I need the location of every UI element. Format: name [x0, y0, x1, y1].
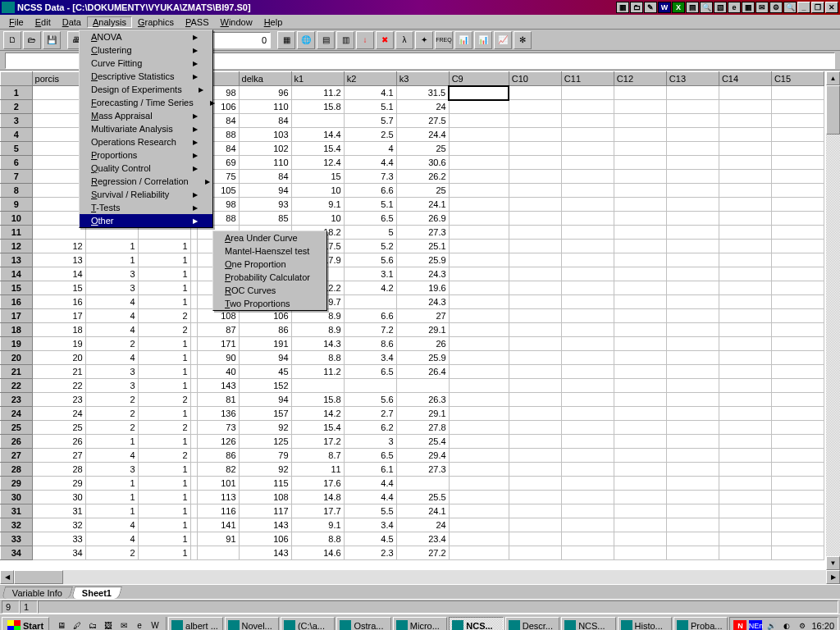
cell[interactable] [449, 212, 509, 226]
cell[interactable] [190, 435, 197, 449]
cell[interactable] [509, 267, 561, 281]
cell[interactable] [771, 463, 824, 477]
cell[interactable]: 24 [396, 100, 449, 114]
cell[interactable] [666, 184, 719, 198]
cell[interactable] [666, 142, 719, 156]
cell[interactable] [771, 267, 824, 281]
cell[interactable]: 19 [32, 337, 85, 351]
col-header-C14[interactable]: C14 [719, 72, 771, 86]
cell[interactable] [561, 379, 614, 393]
cell[interactable]: 27 [32, 449, 85, 463]
cell[interactable] [614, 114, 666, 128]
cell[interactable]: 1 [138, 240, 190, 253]
cell[interactable] [561, 351, 614, 365]
cell[interactable] [666, 546, 719, 560]
cell[interactable]: 93 [239, 198, 291, 212]
cell[interactable]: 1 [138, 407, 190, 421]
col-header-delka[interactable]: delka [239, 72, 291, 86]
cell[interactable] [190, 323, 197, 337]
cell[interactable] [509, 504, 561, 518]
cell[interactable] [666, 491, 719, 504]
cell[interactable] [719, 156, 771, 170]
cell[interactable] [32, 100, 85, 114]
cell[interactable]: 1 [138, 253, 190, 267]
cell[interactable] [771, 212, 824, 226]
cell[interactable]: 108 [239, 491, 291, 504]
cell[interactable] [614, 295, 666, 309]
task-button[interactable]: Histo... [618, 617, 672, 631]
task-button[interactable]: Ostra... [336, 617, 390, 631]
cell[interactable] [771, 393, 824, 407]
cell[interactable] [771, 477, 824, 491]
cell[interactable] [561, 170, 614, 184]
cell[interactable]: 1 [138, 295, 190, 309]
cell[interactable]: 5.1 [344, 198, 396, 212]
cell[interactable] [771, 86, 824, 100]
cell[interactable]: 103 [239, 128, 291, 142]
row-header[interactable]: 26 [1, 435, 33, 449]
cell[interactable] [190, 337, 197, 351]
cell[interactable]: 143 [239, 518, 291, 532]
cell[interactable] [449, 198, 509, 212]
ticon-12[interactable]: 🔍 [783, 2, 797, 13]
ticon-6[interactable]: 🔍 [700, 2, 713, 13]
cell[interactable] [509, 379, 561, 393]
cell[interactable]: 4 [344, 142, 396, 156]
row-header[interactable]: 3 [1, 114, 33, 128]
analysis-item-curve-fitting[interactable]: Curve Fitting▶ [80, 57, 212, 70]
cell[interactable]: 29.4 [396, 449, 449, 463]
cell[interactable]: 8.7 [291, 449, 344, 463]
cell[interactable] [771, 309, 824, 323]
ticon-10[interactable]: ✉ [756, 2, 769, 13]
cell[interactable]: 21 [32, 365, 85, 379]
row-header[interactable]: 29 [1, 477, 33, 491]
cell[interactable] [449, 240, 509, 253]
ticon-2[interactable]: 🗀 [630, 2, 643, 13]
cell[interactable]: 1 [138, 504, 190, 518]
cell[interactable]: 26.9 [396, 212, 449, 226]
cell[interactable] [614, 226, 666, 240]
cell[interactable] [719, 518, 771, 532]
row-header[interactable]: 32 [1, 518, 33, 532]
row-header[interactable]: 23 [1, 393, 33, 407]
cell[interactable] [449, 463, 509, 477]
cell[interactable] [449, 546, 509, 560]
cell[interactable] [344, 379, 396, 393]
cell[interactable] [509, 114, 561, 128]
cell[interactable]: 3 [85, 267, 138, 281]
cell[interactable]: 1 [85, 253, 138, 267]
cell[interactable]: 94 [239, 184, 291, 198]
cell[interactable]: 6.5 [344, 212, 396, 226]
cell[interactable] [509, 226, 561, 240]
ticon-9[interactable]: ▦ [742, 2, 755, 13]
cell[interactable] [561, 546, 614, 560]
cell[interactable] [190, 504, 197, 518]
cell[interactable] [614, 546, 666, 560]
cell[interactable]: 27.3 [396, 226, 449, 240]
cell[interactable]: 27.3 [396, 463, 449, 477]
cell[interactable] [614, 532, 666, 546]
cell[interactable]: 34 [32, 546, 85, 560]
cell[interactable]: 6.5 [344, 449, 396, 463]
cell[interactable] [771, 379, 824, 393]
cell[interactable] [719, 253, 771, 267]
cell[interactable] [509, 240, 561, 253]
cell[interactable] [561, 156, 614, 170]
cell[interactable] [509, 463, 561, 477]
row-header[interactable]: 19 [1, 337, 33, 351]
row-header[interactable]: 10 [1, 212, 33, 226]
scroll-up-icon[interactable]: ▲ [826, 71, 840, 85]
cell[interactable] [614, 463, 666, 477]
cell[interactable] [771, 184, 824, 198]
cell[interactable] [449, 407, 509, 421]
cell[interactable]: 2 [138, 323, 190, 337]
cell[interactable]: 125 [239, 435, 291, 449]
cell[interactable]: 171 [197, 337, 239, 351]
cell[interactable] [509, 170, 561, 184]
analysis-item-other[interactable]: Other▶ [80, 214, 212, 227]
tray-vol-icon[interactable]: 🔊 [765, 620, 778, 631]
cell[interactable] [396, 379, 449, 393]
analysis-item-anova[interactable]: ANOVA▶ [80, 30, 212, 43]
cell[interactable] [614, 449, 666, 463]
task-button[interactable]: (C:\a... [281, 617, 335, 631]
